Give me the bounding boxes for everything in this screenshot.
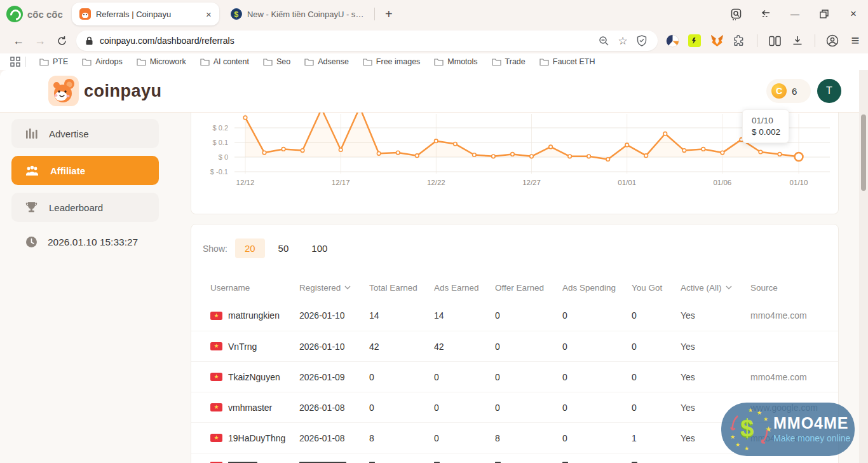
- show-option-50[interactable]: 50: [269, 238, 299, 258]
- total-earned-cell: 0: [369, 403, 434, 413]
- apps-grid-icon[interactable]: [10, 57, 20, 67]
- you-got-cell: 1: [632, 433, 681, 443]
- tab-strip: cốc cốc Referrals | Coinpayu × $ New - K…: [0, 0, 868, 28]
- browser-toolbar: ← → coinpayu.com/dashboard/referrals ☆: [0, 28, 868, 53]
- bookmark-item-airdops[interactable]: Airdops: [82, 57, 122, 66]
- coinpayu-favicon-icon: [79, 8, 91, 20]
- svg-text:01/01: 01/01: [618, 179, 636, 186]
- tab-title: Referrals | Coinpayu: [96, 10, 200, 19]
- username-cell[interactable]: VnTrng: [228, 342, 257, 352]
- column-header-active-all-[interactable]: Active (All): [681, 283, 750, 293]
- svg-text:12/12: 12/12: [236, 179, 255, 186]
- registered-cell: 2026-01-09: [299, 372, 369, 382]
- pie-extension-icon[interactable]: [665, 34, 679, 48]
- show-option-20[interactable]: 20: [235, 238, 265, 258]
- tab-new-kiem-tien[interactable]: $ New - Kiếm tiền CoinpayU - site: [223, 3, 370, 25]
- bookmark-item-free-images[interactable]: Free images: [363, 57, 420, 66]
- svg-text:01/10: 01/10: [790, 179, 808, 186]
- bar-chart-icon: [25, 128, 37, 139]
- you-got-cell: 0: [632, 342, 681, 352]
- close-window-button[interactable]: ×: [839, 0, 868, 28]
- bookmark-item-ai-content[interactable]: AI content: [200, 57, 249, 66]
- source-cell: mmo4me.com: [750, 372, 838, 382]
- show-option-100[interactable]: 100: [302, 238, 337, 258]
- chevron-down-icon: [726, 286, 732, 289]
- bookmark-item-pte[interactable]: PTE: [39, 57, 68, 66]
- reload-button[interactable]: [51, 30, 72, 52]
- tab-referrals[interactable]: Referrals | Coinpayu ×: [72, 3, 219, 25]
- registered-cell: 2026-01-10: [299, 310, 369, 321]
- column-header-ads-spending: Ads Spending: [562, 283, 632, 293]
- svg-text:$ 0.2: $ 0.2: [213, 124, 228, 132]
- minimize-button[interactable]: —: [780, 0, 810, 28]
- bookmark-item-trade[interactable]: Trade: [492, 57, 526, 66]
- sidebar-item-advertise[interactable]: Advertise: [11, 119, 159, 148]
- split-view-icon[interactable]: [768, 34, 782, 48]
- coin-balance[interactable]: C 6: [766, 79, 811, 103]
- bookmark-label: Faucet ETH: [553, 57, 595, 66]
- address-bar[interactable]: coinpayu.com/dashboard/referrals ☆: [76, 31, 658, 51]
- menu-icon[interactable]: ≡: [848, 34, 862, 48]
- watermark-subtitle: Make money online: [773, 433, 850, 443]
- profile-icon[interactable]: [825, 34, 839, 48]
- you-got-cell: 0: [632, 372, 681, 382]
- column-label: Active (All): [681, 283, 722, 293]
- lightning-extension-icon[interactable]: [688, 34, 701, 47]
- bookmark-item-faucet-eth[interactable]: Faucet ETH: [539, 57, 595, 66]
- avatar[interactable]: T: [817, 79, 841, 103]
- bookmark-label: Microwork: [150, 57, 186, 66]
- active-cell: Yes: [681, 342, 750, 352]
- extensions-puzzle-icon[interactable]: [733, 34, 747, 48]
- lock-icon: [85, 36, 93, 46]
- metamask-extension-icon[interactable]: [710, 34, 724, 48]
- column-label: Source: [750, 283, 778, 293]
- sidebar-item-leaderboard[interactable]: Leaderboard: [11, 193, 159, 222]
- tab-close-icon[interactable]: ×: [205, 9, 213, 20]
- downloads-icon[interactable]: [790, 34, 804, 48]
- column-label: Offer Earned: [495, 283, 544, 293]
- username-cell[interactable]: 19HaDuyThng: [228, 433, 285, 443]
- bookmark-item-microwork[interactable]: Microwork: [137, 57, 186, 66]
- username-cell[interactable]: TkaizNguyen: [228, 372, 280, 382]
- bookmark-item-adsense[interactable]: Adsense: [304, 57, 349, 66]
- quick-search-button[interactable]: [722, 0, 751, 28]
- show-label: Show:: [203, 244, 227, 254]
- new-tab-button[interactable]: +: [379, 7, 399, 22]
- bookmark-item-seo[interactable]: Seo: [263, 57, 290, 66]
- back-shortcut-button[interactable]: [751, 0, 780, 28]
- back-button[interactable]: ←: [8, 30, 29, 52]
- shield-icon[interactable]: [632, 31, 651, 50]
- coinpayu-page: coinpayu C 6 T AdvertiseAffiliateLeaderb…: [0, 70, 868, 463]
- column-header-source: Source: [750, 283, 838, 293]
- sidebar-item-affiliate[interactable]: Affiliate: [11, 156, 159, 185]
- trophy-icon: [25, 202, 37, 213]
- bookmark-item-mmotols[interactable]: Mmotols: [434, 57, 477, 66]
- bookmark-star-icon[interactable]: ☆: [613, 31, 632, 50]
- scrollbar-thumb[interactable]: [861, 114, 866, 191]
- vietnam-flag-icon: ★: [210, 434, 222, 442]
- column-header-registered[interactable]: Registered: [299, 283, 369, 293]
- bookmark-label: PTE: [53, 57, 68, 66]
- table-row: ★mattrungkien2026-01-101414000Yesmmo4me.…: [191, 300, 838, 331]
- ads-spending-cell: 0: [562, 433, 632, 443]
- total-earned-cell: 0: [369, 372, 434, 382]
- zoom-page-icon[interactable]: [594, 31, 613, 50]
- bookmark-label: Adsense: [318, 57, 349, 66]
- username-cell[interactable]: mattrungkien: [228, 310, 280, 321]
- page-scrollbar[interactable]: [859, 70, 868, 463]
- username-cell[interactable]: vmhmaster: [228, 403, 272, 413]
- coinpayu-logo[interactable]: coinpayu: [48, 76, 162, 106]
- table-row: ★TkaizNguyen2026-01-0900000Yesmmo4me.com: [191, 361, 838, 392]
- url-text[interactable]: coinpayu.com/dashboard/referrals: [100, 36, 594, 46]
- mmo4me-watermark: $ ★ ★ ★ ★ ★ ★ ★ MMO4ME Make money online: [721, 403, 855, 456]
- restore-button[interactable]: [810, 0, 839, 28]
- logo-wordmark: coinpayu: [84, 81, 162, 101]
- bookmark-label: Seo: [276, 57, 290, 66]
- coccoc-logo-icon: [6, 6, 23, 22]
- forward-button[interactable]: →: [29, 30, 51, 52]
- vietnam-flag-icon: ★: [210, 373, 222, 381]
- source-cell: mmo4me.com: [750, 310, 838, 321]
- ads-spending-cell: 0: [562, 310, 632, 321]
- total-earned-cell: 8: [369, 433, 434, 443]
- sidebar-item-label: Advertise: [49, 128, 89, 139]
